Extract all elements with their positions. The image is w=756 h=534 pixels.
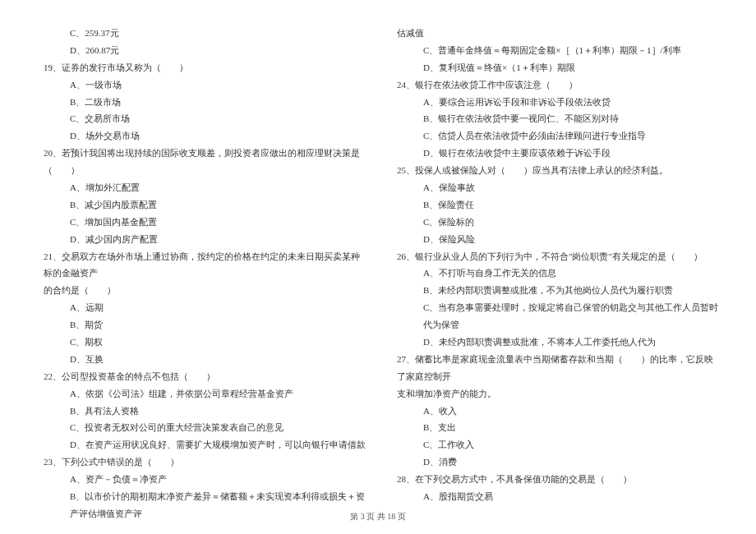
q26-option-d: D、未经内部职责调整或批准，不将本人工作委托他人代为: [390, 334, 719, 351]
q27-stem: 27、储蓄比率是家庭现金流量表中当期储蓄存款和当期（ ）的比率，它反映了家庭控制…: [390, 351, 719, 385]
q21-option-a: A、远期: [37, 299, 366, 316]
q24-option-d: D、银行在依法收贷中主要应该依赖于诉讼手段: [390, 145, 719, 162]
q19-option-c: C、交易所市场: [37, 110, 366, 127]
q23-cont-line: 估减值: [390, 25, 719, 42]
q25-option-d: D、保险风险: [390, 231, 719, 248]
q23-option-a: A、资产－负债＝净资产: [37, 471, 366, 488]
left-column: C、259.37元 D、260.87元 19、证券的发行市场又称为（ ） A、一…: [37, 25, 366, 501]
q19-stem: 19、证券的发行市场又称为（ ）: [37, 59, 366, 76]
q20-option-d: D、减少国内房产配置: [37, 231, 366, 248]
q27-option-b: B、支出: [390, 419, 719, 436]
q25-option-b: B、保险责任: [390, 196, 719, 214]
q25-option-c: C、保险标的: [390, 214, 719, 231]
q21-stem-cont: 的合约是（ ）: [37, 282, 366, 299]
q21-option-d: D、互换: [37, 351, 366, 368]
q27-option-c: C、工作收入: [390, 436, 719, 453]
q23-option-c: C、普通年金终值＝每期固定金额×［（1＋利率）期限－1］/利率: [390, 42, 719, 59]
q26-option-a: A、不打听与自身工作无关的信息: [390, 265, 719, 282]
q23-option-d: D、复利现值＝终值×（1＋利率）期限: [390, 59, 719, 76]
q18-option-d: D、260.87元: [37, 42, 366, 59]
q26-option-c: C、当有急事需要处理时，按规定将自己保管的钥匙交与其他工作人员暂时代为保管: [390, 299, 719, 334]
q22-option-d: D、在资产运用状况良好、需要扩大规模增加资产时，可以向银行申请借款: [37, 436, 366, 453]
q27-option-a: A、收入: [390, 403, 719, 420]
q20-option-b: B、减少国内股票配置: [37, 196, 366, 214]
q21-stem: 21、交易双方在场外市场上通过协商，按约定的价格在约定的未来日期买卖某种标的金融…: [37, 248, 366, 283]
right-column: 估减值 C、普通年金终值＝每期固定金额×［（1＋利率）期限－1］/利率 D、复利…: [390, 25, 719, 501]
q19-option-b: B、二级市场: [37, 94, 366, 111]
q19-option-a: A、一级市场: [37, 76, 366, 94]
q21-option-c: C、期权: [37, 334, 366, 351]
q22-option-a: A、依据《公司法》组建，并依据公司章程经营基金资产: [37, 385, 366, 403]
q25-stem: 25、投保人或被保险人对（ ）应当具有法律上承认的经济利益。: [390, 162, 719, 179]
q25-option-a: A、保险事故: [390, 179, 719, 196]
q24-stem: 24、银行在依法收贷工作中应该注意（ ）: [390, 76, 719, 94]
q28-option-a: A、股指期货交易: [390, 488, 719, 505]
q22-stem: 22、公司型投资基金的特点不包括（ ）: [37, 368, 366, 385]
q28-stem: 28、在下列交易方式中，不具备保值功能的交易是（ ）: [390, 471, 719, 488]
q27-option-d: D、消费: [390, 453, 719, 471]
q21-option-b: B、期货: [37, 316, 366, 334]
q20-stem: 20、若预计我国将出现持续的国际收支顺差，则投资者应做出的相应理财决策是（ ）: [37, 145, 366, 179]
q22-option-b: B、具有法人资格: [37, 403, 366, 420]
q26-option-b: B、未经内部职责调整或批准，不为其他岗位人员代为履行职责: [390, 282, 719, 299]
page-footer: 第 3 页 共 18 页: [0, 509, 756, 524]
q20-option-c: C、增加国内基金配置: [37, 214, 366, 231]
two-column-layout: C、259.37元 D、260.87元 19、证券的发行市场又称为（ ） A、一…: [37, 25, 719, 501]
q20-option-a: A、增加外汇配置: [37, 179, 366, 196]
q24-option-c: C、信贷人员在依法收贷中必须由法律顾问进行专业指导: [390, 127, 719, 145]
q23-stem: 23、下列公式中错误的是（ ）: [37, 453, 366, 471]
q18-option-c: C、259.37元: [37, 25, 366, 42]
q26-stem: 26、银行业从业人员的下列行为中，不符合"岗位职责"有关规定的是（ ）: [390, 248, 719, 265]
q19-option-d: D、场外交易市场: [37, 127, 366, 145]
q22-option-c: C、投资者无权对公司的重大经营决策发表自己的意见: [37, 419, 366, 436]
q27-stem-cont: 支和增加净资产的能力。: [390, 385, 719, 403]
q24-option-b: B、银行在依法收贷中要一视同仁、不能区别对待: [390, 110, 719, 127]
q24-option-a: A、要综合运用诉讼手段和非诉讼手段依法收贷: [390, 94, 719, 111]
